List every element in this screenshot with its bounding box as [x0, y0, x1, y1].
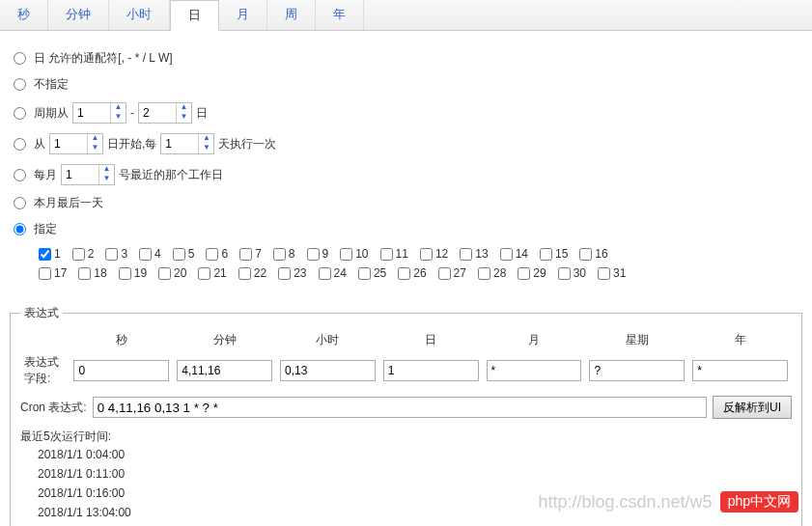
expr-field-2[interactable] — [280, 360, 376, 381]
spinner-from-interval[interactable]: ▲▼ — [160, 133, 214, 154]
radio-from[interactable] — [14, 138, 26, 151]
run-time: 2018/1/1 13:11:00 — [20, 522, 792, 526]
day-check-27[interactable]: 27 — [438, 266, 466, 280]
chevron-down-icon[interactable]: ▼ — [99, 175, 114, 184]
label-monthly-suffix: 号最近的那个工作日 — [119, 167, 223, 183]
tab-周[interactable]: 周 — [267, 0, 316, 30]
tab-日[interactable]: 日 — [170, 0, 219, 31]
day-check-2[interactable]: 2 — [72, 247, 95, 261]
cron-label: Cron 表达式: — [20, 400, 87, 416]
day-check-6[interactable]: 6 — [206, 247, 228, 261]
day-check-17[interactable]: 17 — [39, 266, 67, 280]
expression-fields-label: 表达式字段: — [20, 351, 70, 390]
day-check-22[interactable]: 22 — [238, 266, 266, 280]
radio-last-day[interactable] — [14, 197, 26, 209]
chevron-down-icon[interactable]: ▼ — [177, 113, 191, 123]
expression-legend: 表达式 — [20, 305, 63, 321]
day-check-21[interactable]: 21 — [198, 266, 226, 280]
radio-unspecified[interactable] — [14, 78, 26, 91]
label-last-day: 本月最后一天 — [34, 195, 103, 211]
spinner-from-start[interactable]: ▲▼ — [49, 133, 103, 154]
day-check-23[interactable]: 23 — [278, 266, 306, 280]
tab-小时[interactable]: 小时 — [109, 0, 170, 30]
tab-秒[interactable]: 秒 — [0, 0, 48, 30]
parse-button[interactable]: 反解析到UI — [713, 396, 792, 419]
day-check-1[interactable]: 1 — [39, 247, 61, 261]
chevron-down-icon[interactable]: ▼ — [199, 144, 213, 153]
label-wildcard: 日 允许的通配符[, - * / L W] — [34, 50, 173, 67]
expr-field-6[interactable] — [692, 360, 788, 381]
expr-header: 日 — [379, 329, 483, 351]
day-check-26[interactable]: 26 — [398, 266, 426, 280]
radio-wildcard[interactable] — [14, 52, 26, 65]
expr-header: 秒 — [70, 329, 173, 351]
day-check-14[interactable]: 14 — [500, 247, 528, 261]
cron-input[interactable] — [93, 397, 707, 418]
chevron-down-icon[interactable]: ▼ — [111, 113, 126, 123]
label-period-suffix: 日 — [196, 105, 208, 122]
run-time: 2018/1/1 0:04:00 — [20, 445, 792, 464]
day-check-31[interactable]: 31 — [598, 266, 626, 280]
expression-fieldset: 表达式 秒分钟小时日月星期年 表达式字段: Cron 表达式: 反解析到UI 最… — [10, 305, 802, 526]
tabs-bar: 秒分钟小时日月周年 — [0, 0, 812, 31]
label-from-mid: 日开始,每 — [107, 136, 156, 152]
tab-年[interactable]: 年 — [316, 0, 364, 30]
expr-field-5[interactable] — [589, 360, 685, 381]
day-check-4[interactable]: 4 — [139, 247, 161, 261]
day-check-3[interactable]: 3 — [105, 247, 127, 261]
day-check-24[interactable]: 24 — [319, 266, 347, 280]
expr-field-1[interactable] — [177, 360, 272, 381]
day-panel: 日 允许的通配符[, - * / L W] 不指定 周期从 ▲▼ - ▲▼ 日 … — [0, 31, 812, 295]
runs-label: 最近5次运行时间: — [20, 429, 792, 445]
day-check-11[interactable]: 11 — [380, 247, 408, 261]
day-check-grid: 1234567891011121314151617181920212223242… — [14, 247, 798, 286]
run-time: 2018/1/1 0:11:00 — [20, 464, 792, 484]
tab-月[interactable]: 月 — [219, 0, 267, 30]
day-check-12[interactable]: 12 — [420, 247, 448, 261]
runs-section: 最近5次运行时间: 2018/1/1 0:04:002018/1/1 0:11:… — [20, 429, 792, 526]
radio-monthly[interactable] — [14, 169, 26, 181]
label-from: 从 — [34, 136, 45, 152]
day-check-18[interactable]: 18 — [78, 266, 106, 280]
spinner-period-from[interactable]: ▲▼ — [72, 102, 126, 124]
day-check-7[interactable]: 7 — [239, 247, 262, 261]
day-check-8[interactable]: 8 — [273, 247, 295, 261]
day-check-19[interactable]: 19 — [119, 266, 147, 280]
expr-field-0[interactable] — [73, 360, 169, 381]
day-check-10[interactable]: 10 — [340, 247, 368, 261]
spinner-period-to[interactable]: ▲▼ — [138, 102, 192, 124]
tab-分钟[interactable]: 分钟 — [48, 0, 109, 30]
expr-header: 分钟 — [173, 329, 276, 351]
day-check-15[interactable]: 15 — [540, 247, 568, 261]
expr-field-4[interactable] — [487, 360, 582, 381]
expr-header: 星期 — [585, 329, 688, 351]
radio-specified[interactable] — [14, 223, 26, 235]
expr-header: 年 — [688, 329, 792, 351]
day-check-16[interactable]: 16 — [579, 247, 607, 261]
label-unspecified: 不指定 — [34, 76, 69, 93]
expr-header: 月 — [483, 329, 586, 351]
label-monthly: 每月 — [34, 167, 57, 183]
label-period-from: 周期从 — [34, 105, 69, 122]
day-check-29[interactable]: 29 — [518, 266, 546, 280]
radio-period[interactable] — [14, 107, 26, 120]
label-from-suffix: 天执行一次 — [218, 136, 276, 152]
run-time: 2018/1/1 13:04:00 — [20, 503, 792, 522]
day-check-13[interactable]: 13 — [460, 247, 488, 261]
expression-table: 秒分钟小时日月星期年 表达式字段: — [20, 329, 792, 390]
expr-field-3[interactable] — [383, 360, 479, 381]
label-specified: 指定 — [34, 221, 57, 237]
day-check-25[interactable]: 25 — [358, 266, 386, 280]
day-check-5[interactable]: 5 — [173, 247, 195, 261]
spinner-monthly[interactable]: ▲▼ — [61, 164, 115, 185]
day-check-28[interactable]: 28 — [478, 266, 506, 280]
day-check-30[interactable]: 30 — [558, 266, 586, 280]
chevron-down-icon[interactable]: ▼ — [88, 144, 102, 153]
expr-header: 小时 — [276, 329, 379, 351]
day-check-20[interactable]: 20 — [158, 266, 186, 280]
day-check-9[interactable]: 9 — [307, 247, 329, 261]
run-time: 2018/1/1 0:16:00 — [20, 484, 792, 503]
